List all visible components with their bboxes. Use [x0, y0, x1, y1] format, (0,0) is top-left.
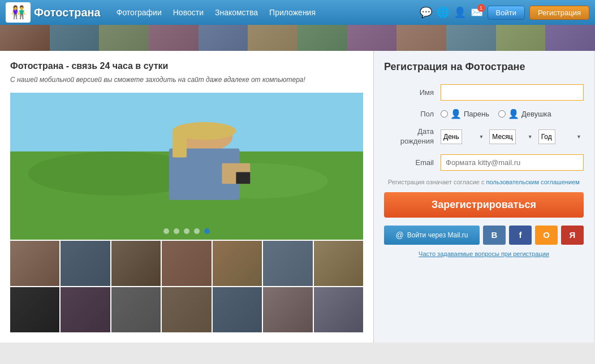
slideshow-dots	[163, 228, 210, 234]
photo-thumb[interactable]	[111, 287, 161, 332]
strip-thumb	[149, 25, 199, 51]
name-input[interactable]	[441, 84, 584, 101]
female-radio[interactable]	[498, 110, 506, 118]
photo-grid	[10, 241, 363, 332]
photo-thumb[interactable]	[213, 287, 262, 332]
slide-dot-1[interactable]	[163, 228, 169, 234]
photo-thumb[interactable]	[263, 241, 312, 286]
female-label: Девушка	[521, 110, 551, 118]
month-select[interactable]: Месяц	[489, 129, 516, 144]
photo-thumb[interactable]	[213, 241, 262, 286]
strip-thumb	[396, 25, 446, 51]
email-field-wrapper	[441, 154, 584, 171]
vk-login-button[interactable]: В	[483, 226, 506, 245]
logo-text[interactable]: Фотострана	[34, 6, 101, 19]
month-select-wrap: Месяц	[489, 129, 534, 144]
photo-thumb[interactable]	[314, 287, 363, 332]
strip-thumb	[545, 25, 595, 51]
photo-thumb[interactable]	[162, 241, 211, 286]
email-label: Email	[384, 158, 441, 167]
name-form-row: Имя	[384, 84, 584, 101]
email-form-row: Email	[384, 154, 584, 171]
photo-thumb[interactable]	[61, 287, 110, 332]
ok-login-button[interactable]: О	[535, 226, 558, 245]
male-radio[interactable]	[441, 110, 448, 118]
nav-photos[interactable]: Фотографии	[117, 8, 162, 17]
agree-text: Регистрация означает согласие с пользова…	[384, 179, 584, 185]
user-agreement-link[interactable]: пользовательским соглашением	[486, 179, 580, 185]
strip-thumb	[0, 25, 50, 51]
register-header-button[interactable]: Регистрация	[529, 6, 589, 20]
registration-title: Регистрация на Фотостране	[384, 61, 584, 73]
year-select[interactable]: Год	[538, 129, 555, 144]
photo-row-2	[10, 287, 363, 332]
email-input[interactable]	[441, 154, 584, 171]
mail-icon[interactable]: ✉️ 1	[471, 6, 483, 19]
slideshow-image	[10, 93, 363, 240]
strip-thumb	[446, 25, 496, 51]
strip-thumb	[99, 25, 149, 51]
globe-icon[interactable]: 🌐	[437, 6, 449, 19]
header-right: 💬 🌐 👤 ✉️ 1 Войти Регистрация	[420, 6, 589, 20]
slide-dot-4[interactable]	[194, 228, 200, 234]
nav-dating[interactable]: Знакомства	[215, 8, 258, 17]
slide-dot-3[interactable]	[184, 228, 189, 234]
photo-thumb[interactable]	[61, 241, 110, 286]
female-option[interactable]: 👤 Девушка	[498, 109, 551, 119]
name-label: Имя	[384, 88, 441, 97]
photo-thumb[interactable]	[10, 241, 59, 286]
logo-icon: 👫	[6, 2, 31, 23]
slideshow	[10, 93, 363, 240]
chat-icon[interactable]: 💬	[420, 6, 432, 19]
registration-panel: Регистрация на Фотостране Имя Пол 👤 Паре…	[373, 51, 594, 343]
strip-thumb	[496, 25, 546, 51]
strip-thumb	[347, 25, 397, 51]
photo-thumb[interactable]	[10, 287, 59, 332]
female-icon: 👤	[508, 109, 519, 119]
gender-options: 👤 Парень 👤 Девушка	[441, 109, 584, 119]
main-content: Фотострана - связь 24 часа в сутки С наш…	[0, 51, 595, 343]
mail-login-button[interactable]: @ Войти через Mail.ru	[384, 226, 480, 245]
photo-thumb[interactable]	[111, 241, 161, 286]
gender-form-row: Пол 👤 Парень 👤 Девушка	[384, 109, 584, 119]
header: 👫 Фотострана Фотографии Новости Знакомст…	[0, 0, 595, 25]
register-button[interactable]: Зарегистрироваться	[384, 192, 584, 218]
promo-title: Фотострана - связь 24 часа в сутки	[10, 61, 363, 71]
day-select[interactable]: День	[441, 129, 462, 144]
faq-link[interactable]: Часто задаваемые вопросы при регистрации	[384, 250, 584, 257]
promo-description: С нашей мобильной версией вы сможете зах…	[10, 75, 363, 85]
strip-thumb	[298, 25, 347, 51]
name-field-wrapper	[441, 84, 584, 101]
male-icon: 👤	[450, 109, 462, 119]
ya-login-button[interactable]: Я	[561, 226, 584, 245]
slide-dot-5[interactable]	[204, 228, 210, 234]
svg-rect-9	[173, 131, 187, 158]
logo-area: 👫 Фотострана	[6, 2, 101, 23]
social-login: @ Войти через Mail.ru В f О Я	[384, 226, 584, 245]
photo-thumb[interactable]	[263, 287, 312, 332]
day-select-wrap: День	[441, 129, 486, 144]
mail-badge: 1	[477, 4, 485, 12]
strip-thumb	[50, 25, 100, 51]
male-label: Парень	[464, 110, 489, 118]
strip-thumb	[199, 25, 248, 51]
slide-dot-2[interactable]	[174, 228, 179, 234]
photo-row-1	[10, 241, 363, 286]
dob-field-wrapper: День Месяц Год	[441, 129, 584, 144]
date-row: День Месяц Год	[441, 129, 584, 144]
year-select-wrap: Год	[538, 129, 584, 144]
nav-news[interactable]: Новости	[173, 8, 204, 17]
left-panel: Фотострана - связь 24 часа в сутки С наш…	[0, 51, 373, 343]
people-icon[interactable]: 👤	[454, 6, 466, 19]
male-option[interactable]: 👤 Парень	[441, 109, 489, 119]
fb-login-button[interactable]: f	[509, 226, 532, 245]
gender-label: Пол	[384, 110, 441, 118]
gender-field-wrapper: 👤 Парень 👤 Девушка	[441, 109, 584, 119]
dob-label: Дата рождения	[384, 127, 441, 146]
photo-thumb[interactable]	[314, 241, 363, 286]
dob-form-row: Дата рождения День Месяц	[384, 127, 584, 146]
nav-apps[interactable]: Приложения	[269, 8, 316, 17]
svg-rect-7	[236, 172, 250, 184]
photo-thumb[interactable]	[162, 287, 211, 332]
login-button[interactable]: Войти	[488, 6, 525, 20]
